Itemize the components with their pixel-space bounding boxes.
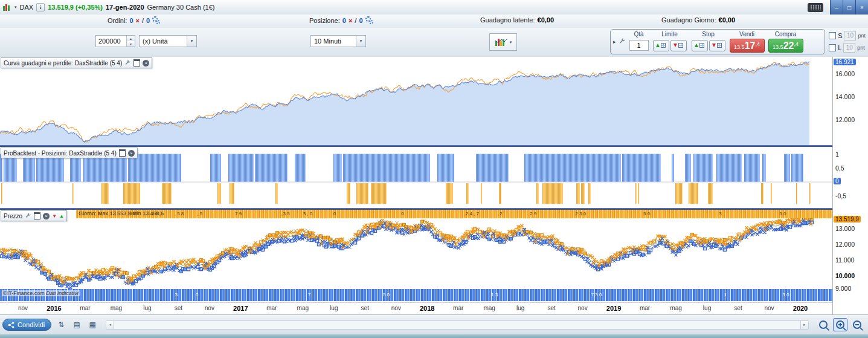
orders-settings-icon[interactable] (152, 16, 160, 24)
symbol-label: DAX (20, 4, 34, 11)
stop-points-unit: pnt (858, 33, 866, 39)
panel-divider[interactable] (0, 145, 832, 147)
x-axis-tick: mag (670, 305, 681, 311)
maximize-button[interactable]: □ (843, 0, 855, 15)
detach-window-icon[interactable] (119, 149, 126, 157)
chart-style-caret-icon[interactable]: ▾ (510, 40, 512, 45)
sell-marker-icon[interactable]: ▼ (52, 213, 57, 219)
detach-window-icon[interactable] (133, 59, 140, 67)
date-label: 17-gen-2020 (106, 4, 144, 11)
timeframe-select[interactable]: 10 Minuti ▾ (310, 35, 366, 47)
scroll-left-icon[interactable]: ◄ (106, 321, 114, 329)
x-axis-tick: set (547, 305, 555, 311)
close-panel-icon[interactable]: × (43, 213, 50, 219)
red-down-arrow-icon (674, 44, 677, 47)
y-axis[interactable]: 16.00014.00012.00016.92110,5-0,5013.0001… (832, 57, 868, 314)
report-list-icon[interactable]: ▤ (71, 319, 83, 330)
wrench-icon[interactable] (25, 212, 31, 220)
wrench-icon[interactable] (124, 59, 131, 67)
close-panel-icon[interactable]: × (143, 60, 149, 67)
equity-curve-chart[interactable] (0, 57, 832, 145)
order-grid-icon (661, 43, 666, 48)
price-panel: Giorno: Max 13.553,5 Min 13.468,6 , 59 8… (0, 210, 832, 302)
keyboard-icon[interactable] (808, 3, 823, 12)
sell-header: Vendi (739, 30, 754, 38)
chart-style-button[interactable]: ▾ (489, 33, 517, 51)
limit-buy-button[interactable] (653, 40, 669, 51)
spin-up-icon[interactable]: ▲ (127, 36, 135, 41)
watermark: ©IT-Finance.com Dati Indicativi (2, 290, 80, 296)
minimize-button[interactable]: – (830, 0, 843, 15)
instrument-caret-icon[interactable]: ▾ (14, 5, 17, 10)
zoom-area-button[interactable] (816, 318, 831, 331)
stop-column: Stop (689, 30, 728, 53)
share-button[interactable]: Condividi (2, 319, 51, 331)
zoom-in-button[interactable] (833, 318, 847, 331)
limit-points-row: L 10 pnt (829, 43, 866, 53)
buy-price-prefix: 13.5 (773, 44, 783, 50)
x-axis: nov2016marmaglugsetnov2017marmaglugsetno… (0, 302, 832, 315)
zoom-area-icon (819, 320, 828, 329)
volume-digit: 7 (308, 292, 310, 297)
volume-digit: 1 3 (491, 292, 498, 297)
timeframe-caret-icon[interactable]: ▾ (356, 36, 365, 47)
report-grid-icon[interactable]: ▦ (86, 319, 98, 330)
close-position-icon[interactable]: × (349, 17, 352, 24)
panel-divider[interactable] (0, 208, 832, 210)
stop-points-checkbox[interactable] (829, 32, 836, 39)
sell-button[interactable]: 13.517,4 (730, 39, 765, 53)
cancel-orders-icon[interactable]: × (136, 17, 140, 24)
horizontal-scrollbar[interactable]: ◄ ► (106, 320, 809, 330)
qty-header: Qtà (634, 30, 643, 38)
volume-digit: 3 (175, 292, 177, 297)
zoom-in-icon (836, 320, 844, 329)
buy-button[interactable]: 13.522,4 (768, 39, 803, 53)
orders-separator: / (142, 17, 144, 24)
x-axis-tick: lug (703, 305, 711, 311)
limit-sell-button[interactable] (670, 40, 687, 51)
limit-points-value[interactable]: 10 (843, 43, 855, 53)
zoom-out-button[interactable] (850, 318, 864, 331)
stop-points-value[interactable]: 10 (844, 31, 856, 41)
latent-gain-label: Guadagno latente: (480, 16, 535, 24)
strip-digit: 5 0 (779, 211, 786, 216)
price-chart[interactable] (0, 218, 832, 289)
sell-price-decimal: ,4 (755, 41, 760, 47)
stop-buy-button[interactable] (692, 40, 708, 51)
limit-points-checkbox[interactable] (829, 44, 836, 51)
order-grid-icon (717, 43, 722, 48)
units-caret-icon[interactable]: ▾ (187, 36, 196, 47)
chart-area: Curva guadagni e perdite: DaxStraddle (5… (0, 57, 868, 314)
trade-settings-icon[interactable] (617, 37, 628, 46)
x-axis-tick: mag (297, 305, 309, 311)
orders-status: Ordini: 0 × / 0 (108, 16, 160, 24)
qty-input[interactable] (629, 40, 649, 51)
stop-limit-points-group: S 10 pnt L 10 pnt (829, 31, 866, 53)
x-axis-tick: mar (266, 305, 277, 311)
qty-column: Qtà (628, 30, 651, 53)
info-icon[interactable]: i (36, 3, 45, 11)
red-down-arrow-icon (712, 44, 716, 47)
quantity-stepper[interactable]: 200000 ▲ ▼ (95, 35, 135, 47)
detach-window-icon[interactable] (34, 212, 40, 219)
buy-marker-icon[interactable]: ▲ (59, 213, 64, 219)
scroll-right-icon[interactable]: ► (800, 321, 808, 329)
limit-column: Limite (651, 30, 689, 53)
x-axis-tick: mag (483, 305, 495, 311)
orders-updown-icon[interactable]: ⇅ (55, 319, 67, 330)
position-settings-icon[interactable] (365, 16, 373, 24)
units-select[interactable]: (x) Unità ▾ (139, 35, 197, 47)
stop-sell-button[interactable] (709, 40, 725, 51)
close-panel-icon[interactable]: × (128, 150, 135, 157)
x-axis-tick: 2018 (420, 305, 434, 312)
orders-open-count: 0 (129, 17, 133, 24)
spin-down-icon[interactable]: ▼ (127, 41, 135, 47)
y-axis-tick: 12.000 (835, 241, 855, 248)
order-grid-icon (678, 43, 683, 48)
close-button[interactable]: × (855, 0, 868, 15)
position-status: Posizione: 0 × / 0 (309, 16, 373, 24)
limit-points-label: L (838, 44, 841, 51)
volume-digit: 0 (196, 292, 198, 297)
green-up-arrow-icon (695, 44, 698, 47)
y-axis-tick: 16.000 (835, 70, 855, 77)
